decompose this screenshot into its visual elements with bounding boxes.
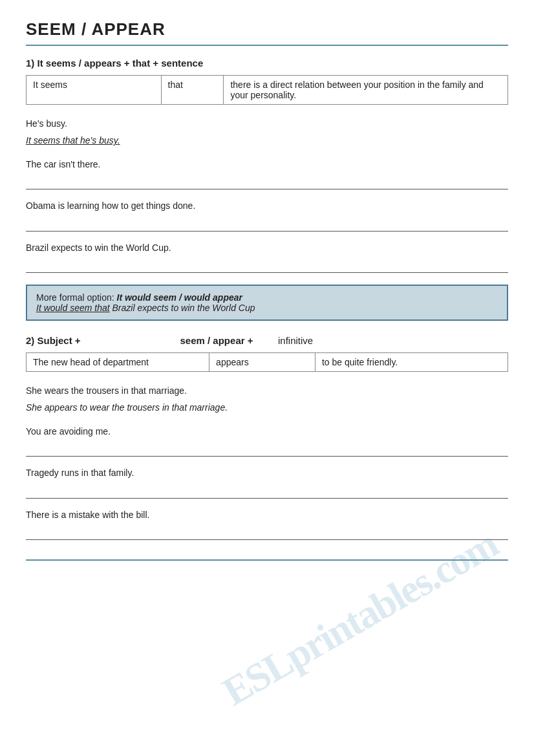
sentence-block-1: He's busy. It seems that he's busy. xyxy=(26,116,508,148)
section2-table: The new head of department appears to be… xyxy=(26,352,508,372)
answer-line xyxy=(26,217,508,232)
section2-subject-label: 2) Subject + xyxy=(26,335,155,346)
sentence-original: Tragedy runs in that family. xyxy=(26,466,508,480)
formal-option-box: More formal option: It would seem / woul… xyxy=(26,285,508,321)
sentence2-block-4: There is a mistake with the bill. xyxy=(26,508,508,540)
section1-table: It seems that there is a direct relation… xyxy=(26,75,508,105)
top-divider xyxy=(26,45,508,46)
table-cell-col2: that xyxy=(161,76,224,105)
section2-sentences: She wears the trousers in that marriage.… xyxy=(26,383,508,540)
formal-bold-italic: It would seem / would appear xyxy=(117,292,242,303)
sentence-answer: She appears to wear the trousers in that… xyxy=(26,400,508,415)
section2-header-row: 2) Subject + seem / appear + infinitive xyxy=(26,335,508,346)
sentence-original: Obama is learning how to get things done… xyxy=(26,199,508,213)
sentence-original: There is a mistake with the bill. xyxy=(26,508,508,522)
sentence2-block-1: She wears the trousers in that marriage.… xyxy=(26,383,508,415)
table2-cell-col1: The new head of department xyxy=(27,352,209,371)
sentence-original: The car isn't there. xyxy=(26,157,508,171)
sentence-original: You are avoiding me. xyxy=(26,424,508,438)
answer-line xyxy=(26,259,508,273)
formal-label: More formal option: xyxy=(36,292,114,303)
sentence-original: Brazil expects to win the World Cup. xyxy=(26,241,508,255)
answer-line xyxy=(26,175,508,189)
sentence-original: She wears the trousers in that marriage. xyxy=(26,383,508,398)
sentence-original: He's busy. xyxy=(26,116,508,131)
sentence-block-2: The car isn't there. xyxy=(26,157,508,189)
table-cell-col1: It seems xyxy=(27,76,162,105)
table2-cell-col3: to be quite friendly. xyxy=(315,352,507,371)
section2-infinitive-label: infinitive xyxy=(278,335,313,346)
answer-line xyxy=(26,484,508,499)
sentence-answer: It seems that he's busy. xyxy=(26,133,508,147)
watermark: ESLprintables.com xyxy=(215,521,505,714)
sentence-block-4: Brazil expects to win the World Cup. xyxy=(26,241,508,273)
table2-cell-col2: appears xyxy=(209,352,315,371)
answer-line xyxy=(26,526,508,540)
section2-seem-label: seem / appear + xyxy=(155,335,278,346)
answer-line xyxy=(26,442,508,457)
formal-example-prefix: It would seem that Brazil expects to win… xyxy=(36,303,255,313)
sentence2-block-3: Tragedy runs in that family. xyxy=(26,466,508,498)
sentence-block-3: Obama is learning how to get things done… xyxy=(26,199,508,231)
section1-header: 1) It seems / appears + that + sentence xyxy=(26,58,508,69)
sentence2-block-2: You are avoiding me. xyxy=(26,424,508,457)
page-title: SEEM / APPEAR xyxy=(26,19,508,39)
bottom-divider xyxy=(26,559,508,561)
table-cell-col3: there is a direct relation between your … xyxy=(224,76,508,105)
